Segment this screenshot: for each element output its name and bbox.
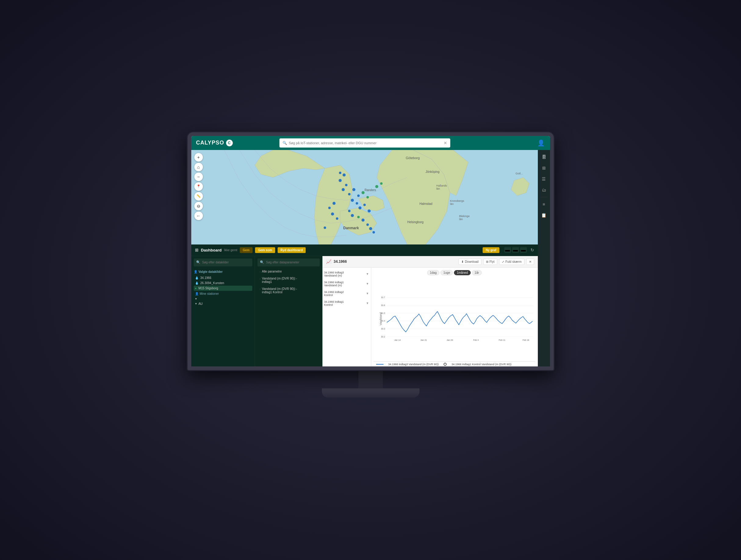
datasource-icon-3: ● [195, 287, 197, 290]
person-icon-2: 👤 [195, 292, 199, 295]
filter-1uge[interactable]: 1uge [441, 270, 453, 275]
sidebar-grid-icon[interactable]: ⊞ [539, 163, 548, 172]
fuld-skaerm-button[interactable]: ⤢ Fuld skærm [499, 258, 524, 265]
svg-text:Kronobergs: Kronobergs [450, 199, 464, 203]
svg-text:län: län [450, 203, 454, 206]
legend-solid-line [376, 364, 384, 365]
svg-point-32 [369, 227, 372, 230]
svg-point-38 [375, 185, 378, 188]
layout-btn-3[interactable]: ▬ [520, 247, 527, 253]
svg-text:Feb 4: Feb 4 [473, 339, 479, 341]
logo-icon: C [226, 140, 233, 146]
svg-point-26 [367, 210, 370, 213]
screen-content: CALYPSO C 🔍 ✕ 👤 [191, 136, 550, 367]
sidebar-list-icon[interactable]: ≡ [539, 200, 548, 209]
datasource-item-26-3094[interactable]: 💧 26.3094_Kunsten [194, 281, 253, 286]
ryd-dashboard-button[interactable]: Ryd dashboard [278, 247, 306, 253]
svg-point-19 [357, 194, 360, 197]
dashboard-area: ⊞ Dashboard Ikke gemt Gem Gem som Ryd da… [191, 244, 538, 367]
back-button[interactable]: ← [194, 212, 203, 220]
chevron-down[interactable]: ▼ [194, 297, 253, 301]
svg-point-20 [361, 191, 364, 194]
gem-button[interactable]: Gem [240, 247, 253, 253]
dashboard-title-area: ⊞ Dashboard Ikke gemt [195, 248, 237, 252]
expand-icon: ⤢ [502, 260, 504, 263]
svg-text:30.7: 30.7 [381, 296, 385, 299]
datasource-icon-2: 💧 [195, 282, 199, 285]
search-clear-icon[interactable]: ✕ [444, 141, 447, 145]
datasources-search[interactable]: 🔍 [194, 258, 253, 266]
user-icon[interactable]: 👤 [537, 139, 545, 147]
monitor-neck [358, 370, 383, 388]
params-search[interactable]: 🔍 [258, 258, 319, 266]
svg-point-16 [342, 188, 345, 191]
param-item-vandstand-kontrol[interactable]: :: Vandstand (m (DVR 90)) -indtag1 Kontr… [258, 286, 319, 295]
svg-point-24 [358, 207, 361, 210]
chart-legend-left: 34.1966 indtag3Vandstand (m) ▼ 34.1966 i… [323, 268, 371, 367]
legend-toggle-2[interactable]: ▼ [366, 282, 369, 285]
svg-point-30 [361, 219, 364, 222]
params-search-input[interactable] [266, 261, 317, 264]
legend-circle [444, 363, 447, 366]
svg-point-33 [373, 231, 375, 234]
svg-text:län: län [436, 187, 440, 190]
minus-circle-button[interactable]: ⊖ [194, 202, 203, 210]
layout-buttons: ▬ ▬ ▬ [504, 247, 527, 253]
svg-point-17 [348, 193, 350, 195]
search-bar-container[interactable]: 🔍 ✕ [279, 138, 450, 148]
sidebar-table-icon[interactable]: 📋 [539, 211, 548, 220]
svg-text:Gotl...: Gotl... [516, 172, 523, 175]
svg-text:Göteborg: Göteborg [406, 156, 420, 160]
home-button[interactable]: ⌂ [194, 163, 203, 171]
datasource-item-m15[interactable]: ● M15 Stigsborg [194, 286, 253, 291]
close-chart-button[interactable]: ✕ [526, 258, 534, 265]
legend-item-3: 34.1966 indtag2Kontrol ▼ [324, 290, 369, 298]
svg-text:Feb 11: Feb 11 [498, 339, 505, 341]
svg-text:Halmstad: Halmstad [419, 202, 432, 206]
zoom-in-button[interactable]: + [194, 153, 203, 162]
filter-1maaned[interactable]: 1måned [454, 270, 470, 275]
svg-text:Danmark: Danmark [343, 226, 359, 230]
svg-text:Jan 21: Jan 21 [420, 339, 427, 341]
legend-toggle-1[interactable]: ▼ [366, 272, 369, 275]
gem-som-button[interactable]: Gem som [255, 247, 275, 253]
legend-toggle-3[interactable]: ▼ [366, 292, 369, 295]
layout-btn-2[interactable]: ▬ [512, 247, 519, 253]
svg-point-35 [328, 207, 331, 209]
chart-svg: 30.7 30.6 30.5 30.4 30.3 30.2 Jan 14 [374, 276, 535, 361]
svg-point-29 [357, 216, 360, 218]
filter-1dag[interactable]: 1dag [427, 270, 439, 275]
param-dots-1: :: [259, 270, 261, 273]
svg-point-15 [345, 184, 347, 186]
filter-1aar[interactable]: 1år [472, 270, 482, 275]
datasources-search-input[interactable] [202, 261, 250, 264]
measure-button[interactable]: 📏 [194, 192, 203, 201]
chart-actions: ⬇ Download ⊞ Flyt ⤢ Fuld [459, 258, 534, 265]
svg-point-28 [351, 214, 354, 217]
layout-btn-1[interactable]: ▬ [504, 247, 511, 253]
sidebar-divider-1 [540, 197, 548, 197]
download-icon: ⬇ [461, 260, 464, 263]
sidebar-map-icon[interactable]: 🗂 [539, 185, 548, 194]
svg-text:Jan 28: Jan 28 [446, 339, 453, 341]
flyt-button[interactable]: ⊞ Flyt [483, 258, 497, 265]
search-input[interactable] [289, 141, 442, 145]
sidebar-database-icon[interactable]: 🗄 [539, 152, 548, 162]
chart-title-icon: 📈 [326, 259, 331, 264]
datasource-icon-1: 💧 [195, 276, 199, 279]
param-item-vandstand-1[interactable]: :: Vandstand (m (DVR 90)) -indtag1 [258, 276, 319, 285]
legend-solid-label: 34.1966 indtag3 Vandstand (m (DVR 90)) [388, 363, 439, 366]
ny-graf-button[interactable]: Ny graf [483, 247, 499, 253]
location-button[interactable]: 📍 [194, 182, 203, 191]
datasource-item-34-1966[interactable]: 💧 34.1966 [194, 275, 253, 281]
my-stations-section[interactable]: 👤 Mine stationer [194, 291, 253, 297]
sidebar-layers-icon[interactable]: ☰ [539, 174, 548, 183]
zoom-out-button[interactable]: − [194, 172, 203, 181]
legend-toggle-4[interactable]: ▼ [366, 302, 369, 305]
right-sidebar: 🗄 ⊞ ☰ 🗂 ≡ 📋 [538, 150, 550, 367]
refresh-button[interactable]: ↻ [531, 248, 534, 252]
station-group-au[interactable]: ▼ AU [194, 301, 253, 306]
param-item-all[interactable]: :: Alle parametre [258, 269, 319, 274]
svg-point-21 [366, 196, 369, 198]
download-button[interactable]: ⬇ Download [459, 258, 481, 265]
